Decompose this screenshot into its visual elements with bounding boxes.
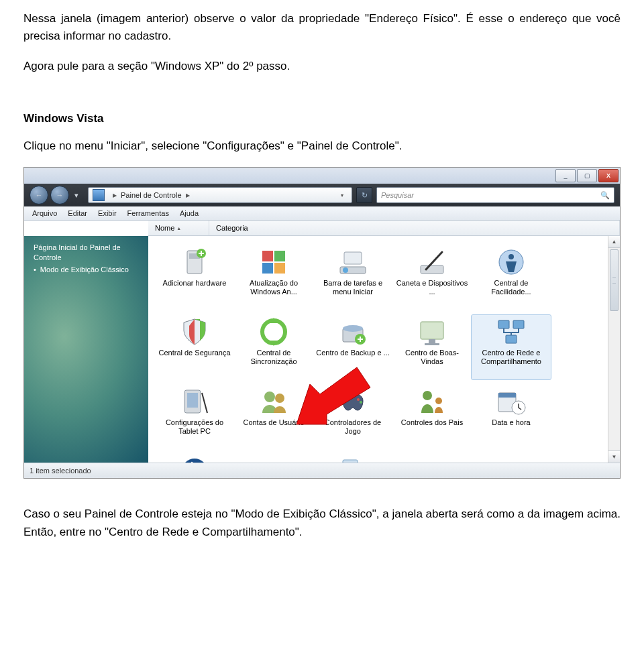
column-headers: Nome ▲ Categoria bbox=[148, 221, 620, 236]
svg-rect-17 bbox=[421, 322, 443, 339]
item-admin-tools[interactable]: Ferramentas Administrativas bbox=[313, 455, 392, 463]
search-placeholder: Pesquisar bbox=[381, 191, 414, 199]
search-icon: 🔍 bbox=[600, 191, 610, 200]
back-button[interactable]: ← bbox=[30, 186, 48, 204]
close-button[interactable]: X bbox=[598, 169, 619, 182]
navigation-bar: ← → ▾ ▶ Painel de Controle ▶ ▾ ↻ Pesquis… bbox=[24, 184, 620, 206]
maximize-button[interactable]: ▢ bbox=[577, 169, 597, 182]
svg-rect-36 bbox=[343, 460, 358, 463]
search-input[interactable]: Pesquisar 🔍 bbox=[376, 187, 614, 203]
doc-paragraph-2: Agora pule para a seção "Windows XP" do … bbox=[23, 58, 621, 75]
menu-exibir[interactable]: Exibir bbox=[93, 208, 122, 219]
sort-asc-icon: ▲ bbox=[176, 226, 181, 231]
scroll-up-button[interactable]: ▲ bbox=[608, 236, 620, 248]
email-icon bbox=[258, 456, 289, 463]
svg-rect-20 bbox=[498, 320, 509, 328]
hardware-icon bbox=[179, 247, 210, 278]
gamepad-icon bbox=[337, 386, 368, 417]
scroll-down-button[interactable]: ▼ bbox=[608, 450, 620, 463]
scroll-thumb[interactable] bbox=[610, 249, 619, 311]
status-text: 1 item selecionado bbox=[30, 467, 91, 475]
item-bluetooth[interactable]: Dispositivos Bluetooth bbox=[155, 455, 234, 463]
svg-rect-9 bbox=[344, 252, 362, 264]
parental-icon bbox=[417, 386, 447, 417]
item-parental-controls[interactable]: Controles dos Pais bbox=[392, 385, 472, 449]
item-label: Centro de Boas-Vindas bbox=[395, 349, 469, 365]
menu-arquivo[interactable]: Arquivo bbox=[27, 208, 62, 219]
item-sync-center[interactable]: Central de Sincronização bbox=[234, 315, 313, 379]
menu-ferramentas[interactable]: Ferramentas bbox=[122, 208, 174, 219]
svg-point-25 bbox=[264, 391, 275, 402]
svg-point-8 bbox=[343, 267, 348, 273]
sidebar-tasks: Página Inicial do Painel de Controle Mod… bbox=[24, 236, 148, 463]
svg-point-34 bbox=[182, 459, 207, 463]
item-security-center[interactable]: Central de Segurança bbox=[155, 315, 234, 379]
menu-ajuda[interactable]: Ajuda bbox=[174, 208, 204, 219]
tablet-icon bbox=[179, 386, 210, 417]
chevron-down-icon: ▾ bbox=[74, 191, 78, 200]
item-user-accounts[interactable]: Contas de Usuário bbox=[234, 385, 313, 449]
item-label: Caneta e Dispositivos ... bbox=[395, 279, 469, 296]
item-tablet-pc[interactable]: Configurações do Tablet PC bbox=[155, 385, 234, 449]
icon-grid: Adicionar hardware Atualização do Window… bbox=[148, 236, 620, 463]
doc-paragraph-4: Caso o seu Painel de Controle esteja no … bbox=[23, 505, 621, 541]
breadcrumb-arrow-icon: ▶ bbox=[113, 192, 117, 198]
breadcrumb-bar[interactable]: ▶ Painel de Controle ▶ ▾ bbox=[88, 187, 352, 203]
svg-point-15 bbox=[343, 325, 363, 332]
doc-paragraph-1: Nessa janela (imagem anterior) observe o… bbox=[23, 10, 621, 46]
item-label: Configurações do Tablet PC bbox=[158, 418, 231, 435]
pen-icon bbox=[417, 247, 447, 278]
item-label: Adicionar hardware bbox=[163, 279, 227, 288]
welcome-icon bbox=[417, 316, 447, 347]
sidebar-link-home[interactable]: Página Inicial do Painel de Controle bbox=[34, 243, 142, 263]
svg-rect-32 bbox=[498, 393, 516, 398]
minimize-button[interactable]: _ bbox=[555, 169, 576, 182]
item-welcome-center[interactable]: Centro de Boas-Vindas bbox=[392, 315, 472, 379]
refresh-icon: ↻ bbox=[362, 191, 368, 200]
breadcrumb-arrow-icon: ▶ bbox=[186, 192, 190, 198]
svg-rect-18 bbox=[429, 339, 435, 343]
ease-icon bbox=[496, 247, 527, 278]
svg-rect-10 bbox=[421, 265, 443, 274]
item-label: Central de Segurança bbox=[158, 349, 230, 357]
item-label: Contas de Usuário bbox=[243, 418, 304, 427]
history-dropdown[interactable]: ▾ bbox=[71, 186, 82, 204]
chevron-down-icon[interactable]: ▾ bbox=[341, 192, 343, 198]
item-label: Central de Facilidade... bbox=[474, 279, 548, 296]
item-ease-center[interactable]: Central de Facilidade... bbox=[472, 245, 551, 310]
column-nome[interactable]: Nome ▲ bbox=[148, 221, 209, 235]
backup-icon bbox=[337, 316, 368, 347]
shield-icon bbox=[179, 316, 210, 347]
menu-bar: Arquivo Editar Exibir Ferramentas Ajuda bbox=[24, 206, 620, 221]
item-taskbar-start[interactable]: Barra de tarefas e menu Iniciar bbox=[313, 245, 392, 310]
vertical-scrollbar[interactable]: ▲ ▼ bbox=[608, 236, 620, 463]
window-titlebar[interactable]: _ ▢ X bbox=[24, 168, 620, 184]
item-date-time[interactable]: Data e hora bbox=[472, 385, 551, 449]
svg-rect-5 bbox=[262, 263, 273, 274]
refresh-button[interactable]: ↻ bbox=[356, 187, 372, 203]
svg-rect-3 bbox=[262, 251, 273, 261]
item-backup-center[interactable]: Centro de Backup e ... bbox=[313, 315, 392, 379]
item-windows-update[interactable]: Atualização do Windows An... bbox=[234, 245, 313, 310]
admin-tools-icon bbox=[337, 456, 368, 463]
item-pen-devices[interactable]: Caneta e Dispositivos ... bbox=[392, 245, 472, 310]
taskbar-icon bbox=[337, 247, 368, 278]
menu-editar[interactable]: Editar bbox=[62, 208, 93, 219]
arrow-left-icon: ← bbox=[36, 191, 43, 199]
svg-rect-21 bbox=[513, 320, 524, 328]
item-label: Centro de Backup e ... bbox=[316, 349, 389, 357]
forward-button[interactable]: → bbox=[50, 186, 69, 204]
column-categoria[interactable]: Categoria bbox=[209, 221, 620, 235]
item-game-controllers[interactable]: Controladores de Jogo bbox=[313, 385, 392, 449]
item-email[interactable]: Email bbox=[234, 455, 313, 463]
item-network-sharing-center[interactable]: Centro de Rede e Compartilhamento bbox=[472, 315, 551, 379]
svg-point-30 bbox=[435, 398, 442, 404]
sync-icon bbox=[258, 316, 289, 347]
control-panel-icon bbox=[93, 189, 105, 201]
breadcrumb-text: Painel de Controle bbox=[121, 191, 182, 199]
windows-update-icon bbox=[258, 247, 289, 278]
svg-rect-4 bbox=[274, 251, 285, 261]
network-icon bbox=[496, 316, 527, 347]
sidebar-link-classic-view[interactable]: Modo de Exibição Clássico bbox=[34, 265, 142, 275]
item-adicionar-hardware[interactable]: Adicionar hardware bbox=[155, 245, 234, 310]
